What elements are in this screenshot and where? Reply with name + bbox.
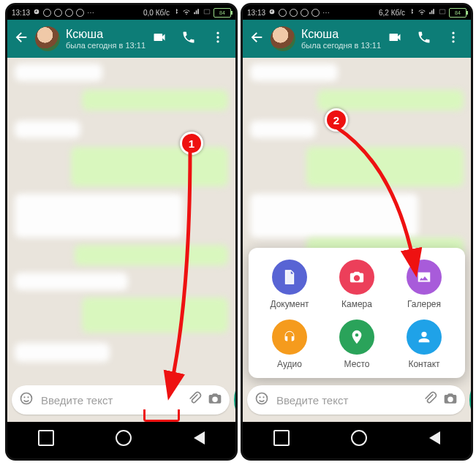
contact-name: Ксюша (66, 28, 152, 41)
phone-screenshot-1: 13:13 ⋯ 0,0 Кб/с 84 Ксюша (5, 3, 238, 461)
chat-body[interactable] (7, 58, 235, 422)
composer-pill (12, 385, 230, 415)
status-bar: 13:13 ⋯ 0,0 Кб/с 84 (7, 5, 235, 20)
svg-point-1 (23, 396, 25, 398)
message-out (71, 147, 228, 186)
wifi-icon (418, 8, 426, 17)
bluetooth-icon (408, 8, 415, 17)
phone-screenshot-2: 13:13 ⋯ 6,2 Кб/с 84 Ксюша (241, 3, 473, 461)
message-in (15, 194, 183, 238)
attach-contact[interactable]: Контакт (390, 320, 458, 369)
audio-icon (272, 320, 307, 355)
notif-icon (43, 9, 51, 17)
camera-icon (339, 260, 374, 295)
chat-title-block[interactable]: Ксюша была сегодня в 13:11 (301, 28, 388, 50)
nav-home-button[interactable] (351, 430, 367, 446)
overflow-icon: ⋯ (322, 9, 330, 17)
android-nav-bar (243, 422, 471, 454)
net-speed: 6,2 Кб/с (379, 9, 405, 17)
nav-back-button[interactable] (194, 431, 205, 445)
annotation-bracket (143, 409, 180, 422)
avatar[interactable] (271, 26, 295, 51)
back-button[interactable] (13, 29, 29, 48)
attach-label: Документ (270, 299, 309, 309)
message-input[interactable] (275, 393, 417, 407)
svg-point-0 (21, 393, 32, 404)
menu-button[interactable] (446, 30, 461, 48)
avatar[interactable] (35, 26, 60, 51)
attach-label: Камера (341, 299, 372, 309)
camera-button[interactable] (208, 391, 222, 409)
status-time: 13:13 (247, 9, 265, 17)
attach-document[interactable]: Документ (256, 260, 323, 309)
attach-button[interactable] (423, 391, 437, 409)
signal-icon (193, 8, 200, 17)
chat-title-block[interactable]: Ксюша была сегодня в 13:11 (66, 28, 152, 50)
alarm-icon (268, 8, 276, 17)
notif-icon (279, 9, 287, 17)
attach-button[interactable] (187, 391, 202, 409)
video-call-button[interactable] (152, 30, 167, 48)
emoji-button[interactable] (19, 391, 34, 409)
composer-row (12, 384, 231, 416)
attach-gallery[interactable]: Галерея (390, 260, 458, 309)
overflow-icon: ⋯ (87, 9, 94, 17)
last-seen: была сегодня в 13:11 (301, 41, 388, 50)
last-seen: была сегодня в 13:11 (66, 41, 152, 50)
attach-label: Аудио (277, 359, 302, 369)
nav-back-button[interactable] (429, 431, 440, 445)
svg-point-4 (259, 396, 260, 398)
message-in (15, 121, 80, 138)
attach-location[interactable]: Место (323, 320, 390, 369)
message-in (250, 194, 418, 238)
nav-recent-button[interactable] (38, 430, 54, 446)
message-in (250, 121, 316, 138)
annotation-callout-1: 1 (180, 132, 203, 155)
message-out (82, 90, 228, 110)
composer-pill (247, 385, 465, 415)
volte-icon (203, 8, 211, 17)
notif-icon (290, 9, 298, 17)
voice-call-button[interactable] (417, 30, 431, 48)
gallery-icon (407, 260, 442, 295)
composer-row (247, 384, 466, 416)
message-in (15, 273, 128, 290)
menu-button[interactable] (211, 30, 225, 48)
document-icon (272, 260, 307, 295)
attachment-sheet: ДокументКамераГалереяАудиоМестоКонтакт (249, 248, 465, 378)
wifi-icon (183, 8, 190, 17)
message-input[interactable] (39, 393, 181, 407)
status-bar: 13:13 ⋯ 6,2 Кб/с 84 (243, 5, 471, 20)
chat-header: Ксюша была сегодня в 13:11 (7, 20, 235, 58)
emoji-button[interactable] (254, 391, 269, 409)
nav-home-button[interactable] (116, 430, 132, 446)
contact-icon (407, 320, 442, 355)
message-out (306, 147, 464, 186)
notif-icon (301, 9, 309, 17)
nav-recent-button[interactable] (273, 430, 290, 446)
attach-label: Место (344, 359, 370, 369)
back-button[interactable] (249, 29, 265, 48)
voice-call-button[interactable] (181, 30, 196, 48)
battery-icon: 84 (214, 8, 231, 18)
net-speed: 0,0 Кб/с (143, 9, 170, 17)
volte-icon (439, 8, 446, 17)
message-in (250, 64, 338, 81)
svg-point-5 (262, 396, 264, 398)
attach-audio[interactable]: Аудио (256, 320, 323, 369)
chat-body[interactable]: ДокументКамераГалереяАудиоМестоКонтакт (243, 58, 471, 422)
svg-point-2 (27, 396, 29, 398)
video-call-button[interactable] (388, 30, 402, 48)
message-out (317, 90, 464, 110)
mic-button[interactable] (469, 385, 471, 415)
message-out (82, 298, 228, 333)
message-out (75, 245, 228, 265)
notif-icon (76, 9, 84, 17)
camera-button[interactable] (443, 391, 458, 409)
signal-icon (428, 8, 436, 17)
mic-button[interactable] (234, 385, 235, 415)
location-icon (339, 320, 374, 355)
chat-header: Ксюша была сегодня в 13:11 (243, 20, 471, 58)
notif-icon (311, 9, 320, 17)
attach-camera[interactable]: Камера (323, 260, 390, 309)
